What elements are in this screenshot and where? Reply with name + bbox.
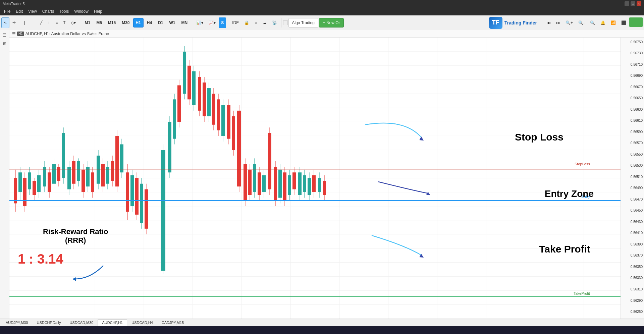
nav-forward-btn[interactable]: ⏭ [554, 17, 562, 28]
trading-finder-text: Trading Finder [504, 20, 537, 25]
price-label-16: 0.56450 [631, 209, 643, 212]
lock-btn[interactable]: 🔒 [242, 17, 252, 28]
chart-symbol-icon: ☰ [12, 32, 16, 36]
chart-main: ☰ H1 AUDCHF, H1: Australian Dollar vs Sw… [9, 30, 644, 319]
menu-tools[interactable]: Tools [57, 8, 71, 14]
price-label-14: 0.56490 [631, 186, 643, 190]
tab-audjpy-m30[interactable]: AUDJPY,M30 [1, 319, 32, 326]
tab-usdcad-h4[interactable]: USDCAD,H4 [127, 319, 157, 326]
menu-help[interactable]: Help [91, 8, 105, 14]
search-btn[interactable]: 🔍 [588, 17, 597, 28]
shapes-tool[interactable]: ◇▾ [68, 17, 78, 28]
tab-cadjpy-m15[interactable]: CADJPY,M15 [157, 319, 188, 326]
svg-rect-93 [173, 99, 176, 138]
signals-btn[interactable]: 📶 [608, 17, 618, 28]
tab-audchf-h1[interactable]: AUDCHF,H1 [98, 319, 127, 326]
menu-edit[interactable]: Edit [13, 8, 25, 14]
signal-btn[interactable]: 📡 [270, 17, 279, 28]
svg-rect-55 [67, 167, 71, 189]
tf-w1[interactable]: W1 [167, 18, 178, 27]
price-label-7: 0.56630 [631, 107, 643, 111]
svg-rect-131 [268, 133, 271, 189]
algo-trading-btn[interactable]: Algo Trading [288, 18, 318, 27]
vertical-line-tool[interactable]: | [22, 17, 28, 28]
tf-m5[interactable]: M5 [94, 18, 105, 27]
text-tool[interactable]: T [61, 17, 68, 28]
svg-rect-95 [177, 85, 181, 122]
titlebar-title: MetaTrader 5 [3, 2, 25, 6]
ide-btn[interactable]: IDE [230, 17, 241, 28]
trendline-tool[interactable]: ╱ [38, 17, 45, 28]
tab-usdchf-daily[interactable]: USDCHF,Daily [32, 319, 65, 326]
svg-rect-127 [258, 172, 261, 195]
tf-d1[interactable]: D1 [155, 18, 166, 27]
toolbar-separator-3 [192, 18, 192, 27]
tf-h1[interactable]: H1 [133, 18, 144, 27]
svg-rect-57 [72, 161, 75, 184]
chart-svg: StopLoss Entry TakeProfit [9, 38, 621, 319]
toolbar-separator-5 [281, 18, 281, 27]
svg-text:TakeProfit: TakeProfit [574, 291, 590, 295]
price-label-6: 0.56650 [631, 96, 643, 100]
crosshair-tool[interactable]: ✛ [10, 17, 18, 28]
left-btn-1[interactable]: ☰ [1, 32, 8, 39]
chart-container: ☰ ⊞ ☰ H1 AUDCHF, H1: Australian Dollar v… [0, 30, 644, 319]
svg-rect-43 [37, 175, 41, 192]
menu-window[interactable]: Window [71, 8, 91, 14]
svg-rect-53 [62, 133, 65, 178]
svg-rect-147 [308, 178, 311, 195]
zoom-in-btn[interactable]: 🔍+ [563, 17, 575, 28]
svg-rect-39 [28, 172, 31, 189]
menubar: File Edit View Charts Tools Window Help [0, 7, 644, 15]
tf-m15[interactable]: M15 [105, 18, 118, 27]
svg-rect-75 [115, 136, 119, 186]
tf-m1[interactable]: M1 [82, 18, 93, 27]
svg-rect-133 [274, 167, 277, 201]
toolbar-separator-1 [20, 18, 20, 27]
svg-rect-149 [312, 175, 316, 192]
menu-file[interactable]: File [1, 8, 13, 14]
new-order-icon: + [323, 20, 325, 25]
cloud-btn[interactable]: ☁ [260, 17, 269, 28]
tab-usdcad-m30[interactable]: USDCAD,M30 [65, 319, 98, 326]
left-btn-2[interactable]: ⊞ [1, 40, 8, 47]
close-button[interactable]: ✕ [637, 1, 641, 6]
price-label-1: 0.56750 [631, 40, 643, 44]
svg-rect-109 [212, 94, 215, 125]
menu-charts[interactable]: Charts [40, 8, 57, 14]
svg-rect-63 [86, 167, 90, 186]
price-label-4: 0.56690 [631, 74, 643, 77]
zoom-out-btn[interactable]: 🔍- [576, 17, 587, 28]
svg-rect-41 [33, 181, 36, 195]
price-label-22: 0.56330 [631, 276, 643, 280]
svg-rect-59 [77, 161, 80, 181]
right-toolbar-group: ⏮ ⏭ 🔍+ 🔍- 🔍 🔔 📶 ⬛ [544, 17, 643, 28]
cursor-tool[interactable]: ↖ [1, 17, 9, 28]
svg-rect-135 [278, 170, 282, 198]
nav-back-btn[interactable]: ⏮ [544, 17, 553, 28]
chart-header: ☰ H1 AUDCHF, H1: Australian Dollar vs Sw… [9, 30, 644, 38]
svg-rect-145 [303, 175, 306, 192]
price-label-3: 0.56710 [631, 62, 643, 66]
horizontal-line-tool[interactable]: — [28, 17, 37, 28]
fib-tool[interactable]: ≡ [53, 17, 60, 28]
canvas-area[interactable]: StopLoss Entry TakeProfit 0.5651 [9, 38, 644, 319]
svg-rect-119 [237, 111, 241, 186]
algo-checkbox[interactable] [283, 20, 288, 25]
price-label-9: 0.56590 [631, 130, 643, 133]
channel-tool[interactable]: ⟂ [45, 17, 52, 28]
smart-btn[interactable]: S [219, 17, 226, 28]
svg-text:Entry: Entry [581, 194, 590, 199]
maximize-chart-btn[interactable]: ⬛ [619, 17, 629, 28]
menu-view[interactable]: View [25, 8, 40, 14]
indicator-btn[interactable]: 📈▾ [206, 17, 218, 28]
maximize-button[interactable]: □ [631, 1, 635, 6]
chart-type-btn[interactable]: 📊▾ [194, 17, 206, 28]
minimize-button[interactable]: ─ [625, 1, 629, 6]
alerts-btn[interactable]: 🔔 [598, 17, 608, 28]
new-order-btn[interactable]: + New Or [319, 18, 344, 27]
tf-h4[interactable]: H4 [144, 18, 155, 27]
tf-m30[interactable]: M30 [119, 18, 132, 27]
vps-btn[interactable]: ○ [252, 17, 259, 28]
tf-mn[interactable]: MN [179, 18, 191, 27]
